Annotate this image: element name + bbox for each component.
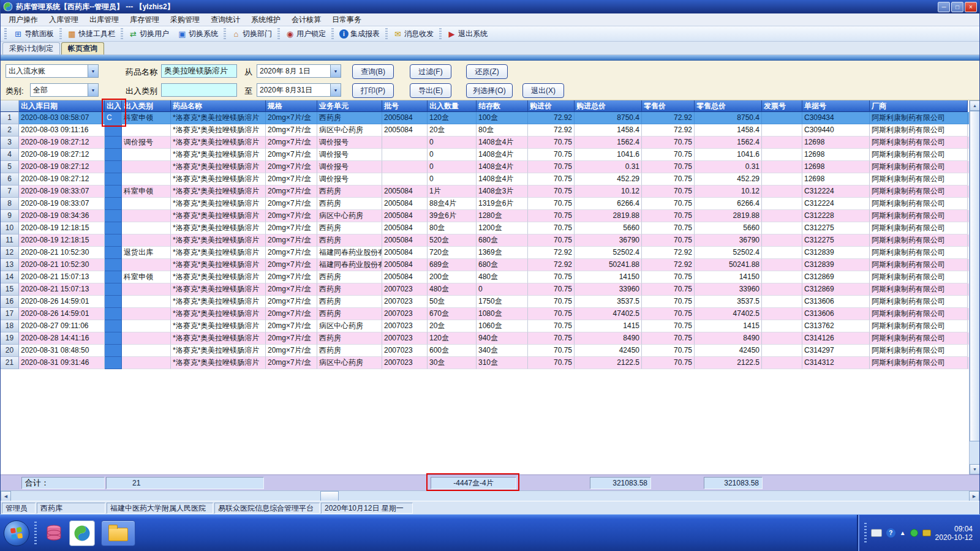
cell-balance[interactable]: 310盒 (477, 357, 528, 369)
cell-invoice-no[interactable] (762, 283, 802, 296)
cell-doc-no[interactable]: C312224 (802, 186, 870, 198)
cell-inout-type[interactable]: 科室申领 (122, 271, 171, 283)
scroll-left-arrow[interactable]: ◀ (1, 491, 11, 501)
cell-doc-no[interactable]: C312275 (802, 234, 870, 247)
cell-retail-total[interactable]: 3537.5 (695, 296, 762, 308)
cell-date[interactable]: 2020-08-31 09:31:46 (19, 357, 105, 369)
cell-purchase-price[interactable]: 70.75 (528, 149, 575, 161)
cell-inout-type[interactable] (122, 296, 171, 308)
cell-doc-no[interactable]: C314312 (802, 357, 870, 369)
cell-retail-total[interactable]: 47402.5 (695, 308, 762, 320)
cell-business-unit[interactable]: 西药房 (317, 234, 382, 247)
cell-manufacturer[interactable]: 阿斯利康制药有限公司 (870, 161, 968, 173)
cell-purchase-total[interactable]: 8750.4 (575, 112, 642, 124)
cell-doc-no[interactable]: C313606 (802, 308, 870, 320)
cell-retail-price[interactable]: 70.75 (642, 271, 695, 283)
cell-manufacturer[interactable]: 阿斯利康制药有限公司 (870, 345, 968, 357)
cell-drug-name[interactable]: *洛赛克*奥美拉唑镁肠溶片 (171, 296, 266, 308)
cell-batch-no[interactable]: 2005084 (382, 222, 428, 234)
cell-inout-type[interactable] (122, 308, 171, 320)
cell-spec[interactable]: 20mg×7片/盒 (266, 124, 317, 137)
cell-batch-no[interactable]: 2007023 (382, 357, 428, 369)
cell-invoice-no[interactable] (762, 124, 802, 137)
cell-invoice-no[interactable] (762, 112, 802, 124)
column-header-purchase-total[interactable]: 购进总价 (575, 100, 642, 112)
vertical-scrollbar[interactable]: ▲ ▼ (969, 100, 979, 474)
cell-business-unit[interactable]: 西药房 (317, 112, 382, 124)
cell-purchase-price[interactable]: 72.92 (528, 247, 575, 259)
cell-spec[interactable]: 20mg×7片/盒 (266, 234, 317, 247)
cell-inout[interactable]: C (105, 112, 122, 124)
cell-doc-no[interactable]: C312275 (802, 222, 870, 234)
cell-drug-name[interactable]: *洛赛克*奥美拉唑镁肠溶片 (171, 186, 266, 198)
table-row[interactable]: 72020-08-19 08:33:07科室申领*洛赛克*奥美拉唑镁肠溶片20m… (1, 186, 979, 198)
cell-spec[interactable]: 20mg×7片/盒 (266, 357, 317, 369)
cell-business-unit[interactable]: 病区中心药房 (317, 320, 382, 332)
toolbar-switch-user[interactable]: ⇄切换用户 (124, 27, 173, 41)
cell-quantity[interactable]: 670盒 (428, 308, 477, 320)
cell-purchase-price[interactable]: 70.75 (528, 198, 575, 210)
cell-inout-type[interactable] (122, 198, 171, 210)
cell-drug-name[interactable]: *洛赛克*奥美拉唑镁肠溶片 (171, 283, 266, 296)
cell-balance[interactable]: 100盒 (477, 112, 528, 124)
cell-manufacturer[interactable]: 阿斯利康制药有限公司 (870, 222, 968, 234)
cell-quantity[interactable]: 50盒 (428, 296, 477, 308)
cell-business-unit[interactable]: 西药房 (317, 271, 382, 283)
category-select[interactable]: 全部 ▼ (30, 83, 99, 97)
cell-purchase-total[interactable]: 52502.4 (575, 247, 642, 259)
scroll-down-arrow[interactable]: ▼ (970, 464, 979, 474)
cell-doc-no[interactable]: C314126 (802, 332, 870, 345)
cell-purchase-total[interactable]: 10.12 (575, 186, 642, 198)
taskbar-database-icon[interactable] (45, 523, 63, 543)
cell-batch-no[interactable]: 2005084 (382, 198, 428, 210)
column-header-date[interactable]: 出入库日期 (19, 100, 105, 112)
cell-quantity[interactable]: 0 (428, 173, 477, 186)
cell-purchase-total[interactable]: 47402.5 (575, 308, 642, 320)
cell-drug-name[interactable]: *洛赛克*奥美拉唑镁肠溶片 (171, 234, 266, 247)
toolbar-user-lock[interactable]: ◉用户锁定 (281, 27, 330, 41)
cell-inout[interactable] (105, 210, 122, 222)
cell-balance[interactable]: 1319盒6片 (477, 198, 528, 210)
cell-retail-total[interactable]: 50241.88 (695, 259, 762, 271)
cell-doc-no[interactable]: 12698 (802, 137, 870, 149)
cell-retail-total[interactable]: 33960 (695, 283, 762, 296)
cell-balance[interactable]: 940盒 (477, 332, 528, 345)
restore-button[interactable]: 还原(Z) (466, 64, 508, 79)
cell-inout[interactable] (105, 137, 122, 149)
notification-icon[interactable] (922, 530, 931, 536)
cell-drug-name[interactable]: *洛赛克*奥美拉唑镁肠溶片 (171, 173, 266, 186)
filter-button[interactable]: 过滤(F) (410, 64, 451, 79)
inout-type-input[interactable] (161, 83, 237, 97)
cell-date[interactable]: 2020-08-27 09:11:06 (19, 320, 105, 332)
cell-doc-no[interactable]: C312839 (802, 259, 870, 271)
cell-balance[interactable]: 1408盒4片 (477, 149, 528, 161)
cell-retail-total[interactable]: 14150 (695, 271, 762, 283)
cell-retail-price[interactable]: 70.75 (642, 283, 695, 296)
cell-batch-no[interactable]: 2005084 (382, 186, 428, 198)
cell-date[interactable]: 2020-08-26 14:59:01 (19, 296, 105, 308)
cell-batch-no[interactable]: 2005084 (382, 234, 428, 247)
cell-purchase-total[interactable]: 6266.4 (575, 198, 642, 210)
cell-quantity[interactable]: 520盒 (428, 234, 477, 247)
scroll-right-arrow[interactable]: ▶ (969, 491, 979, 501)
tab-0[interactable]: 采购计划制定 (2, 42, 60, 54)
menu-item[interactable]: 会计核算 (286, 13, 326, 26)
taskbar-clock[interactable]: 09:04 2020-10-12 (935, 525, 973, 542)
cell-quantity[interactable]: 200盒 (428, 271, 477, 283)
cell-inout[interactable] (105, 173, 122, 186)
cell-invoice-no[interactable] (762, 320, 802, 332)
cell-inout-type[interactable]: 科室申领 (122, 186, 171, 198)
cell-invoice-no[interactable] (762, 332, 802, 345)
cell-retail-total[interactable]: 0.31 (695, 161, 762, 173)
cell-quantity[interactable]: 20盒 (428, 124, 477, 137)
cell-spec[interactable]: 20mg×7片/盒 (266, 186, 317, 198)
cell-retail-total[interactable]: 1458.4 (695, 124, 762, 137)
cell-retail-total[interactable]: 2122.5 (695, 357, 762, 369)
cell-inout-type[interactable] (122, 332, 171, 345)
table-row[interactable]: 82020-08-19 08:33:07*洛赛克*奥美拉唑镁肠溶片20mg×7片… (1, 198, 979, 210)
cell-invoice-no[interactable] (762, 149, 802, 161)
cell-invoice-no[interactable] (762, 247, 802, 259)
cell-retail-total[interactable]: 42450 (695, 345, 762, 357)
table-row[interactable]: 212020-08-31 09:31:46*洛赛克*奥美拉唑镁肠溶片20mg×7… (1, 357, 979, 369)
cell-inout-type[interactable] (122, 124, 171, 137)
